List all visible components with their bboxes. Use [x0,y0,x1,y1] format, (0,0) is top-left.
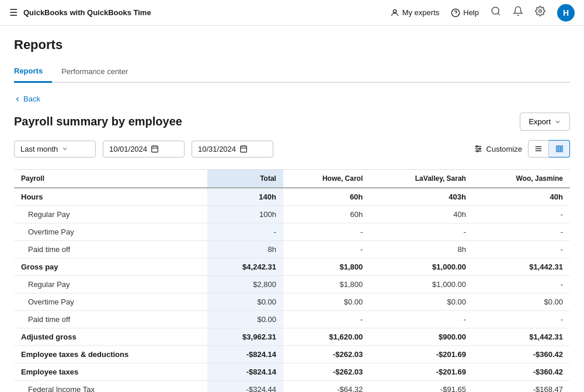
row-value: $900.00 [370,328,473,346]
row-value: 40h [370,206,473,223]
row-label: Employee taxes [14,363,207,381]
tab-reports[interactable]: Reports [14,62,52,83]
table-row: Regular Pay100h60h40h- [14,206,570,223]
table-row: Hours140h60h403h40h [14,188,570,206]
help-icon [451,8,460,18]
avatar[interactable]: H [557,4,575,22]
row-value: -$824.14 [207,346,283,363]
page-title: Reports [14,37,570,52]
table-row: Paid time off$0.00--- [14,311,570,328]
date-start-filter[interactable]: 10/01/2024 [103,141,185,158]
table-row: Overtime Pay$0.00$0.00$0.00$0.00 [14,293,570,311]
row-value: $0.00 [207,293,283,311]
row-value: $0.00 [207,311,283,328]
my-experts-icon [390,8,399,18]
main-content: Reports Reports Performance center Back … [0,26,584,392]
list-view-icon [534,145,543,153]
table-row: Adjusted gross$3,962.31$1,620.00$900.00$… [14,328,570,346]
list-view-button[interactable] [528,140,549,158]
column-view-button[interactable] [549,140,570,158]
row-value: - [370,223,473,241]
table-row: Employee taxes & deductions-$824.14-$262… [14,346,570,363]
filters-row: Last month 10/01/2024 10/31/2024 Customi… [14,140,570,158]
customize-button[interactable]: Customize [474,144,522,153]
row-label: Federal Income Tax [14,381,207,393]
menu-icon[interactable]: ☰ [9,7,18,18]
table-header-row: Payroll Total Howe, Carol LaValley, Sara… [14,170,570,188]
row-value: - [473,241,570,258]
svg-point-19 [477,150,478,152]
row-label: Employee taxes & deductions [14,346,207,363]
export-button[interactable]: Export [520,113,570,131]
row-value: 60h [283,206,370,223]
search-icon[interactable] [491,6,501,19]
my-experts-button[interactable]: My experts [390,8,440,18]
tab-performance-center[interactable]: Performance center [52,62,137,82]
row-value: 100h [207,206,283,223]
row-value: -$91.65 [370,381,473,393]
period-filter[interactable]: Last month [14,141,96,158]
row-value: 40h [473,188,570,206]
row-value: $1,800 [283,276,370,293]
settings-icon[interactable] [535,6,545,19]
row-value: $1,800 [283,258,370,276]
row-value: -$168.47 [473,381,570,393]
row-value: $1,620.00 [283,328,370,346]
row-value: $1,442.31 [473,258,570,276]
row-value: $0.00 [283,293,370,311]
col-lavalley-sarah: LaValley, Sarah [370,170,473,188]
table-row: Overtime Pay---- [14,223,570,241]
column-view-icon [555,145,564,153]
row-value: - [473,276,570,293]
row-label: Paid time off [14,241,207,258]
row-value: -$201.69 [370,346,473,363]
brand-name: QuickBooks with QuickBooks Time [23,8,151,17]
table-row: Federal Income Tax-$324.44-$64.32-$91.65… [14,381,570,393]
col-payroll: Payroll [14,170,207,188]
col-woo-jasmine: Woo, Jasmine [473,170,570,188]
row-value: - [283,311,370,328]
svg-rect-24 [558,146,559,152]
row-value: -$324.44 [207,381,283,393]
row-value: -$824.14 [207,363,283,381]
row-value: -$360.42 [473,363,570,381]
customize-icon [474,144,483,153]
table-row: Gross pay$4,242.31$1,800$1,000.00$1,442.… [14,258,570,276]
row-value: -$262.03 [283,363,370,381]
row-value: - [473,206,570,223]
nav-right: My experts Help H [390,4,575,22]
svg-rect-23 [556,146,557,152]
back-link[interactable]: Back [14,94,570,103]
row-value: -$64.32 [283,381,370,393]
tabs: Reports Performance center [14,62,570,83]
svg-point-18 [479,148,481,150]
svg-point-5 [539,10,542,13]
back-arrow-icon [14,96,21,103]
row-value: - [283,241,370,258]
row-label: Overtime Pay [14,293,207,311]
svg-rect-6 [152,146,158,152]
row-value: - [370,311,473,328]
table-row: Paid time off8h-8h- [14,241,570,258]
notification-icon[interactable] [513,6,523,19]
svg-point-3 [492,7,499,14]
row-value: $0.00 [370,293,473,311]
row-value: $2,800 [207,276,283,293]
col-howe-carol: Howe, Carol [283,170,370,188]
date-end-filter[interactable]: 10/31/2024 [192,141,273,158]
row-value: - [473,223,570,241]
calendar-end-icon [239,145,248,153]
table-row: Employee taxes-$824.14-$262.03-$201.69-$… [14,363,570,381]
view-toggle [528,140,570,158]
help-button[interactable]: Help [451,8,479,18]
svg-point-17 [476,146,478,148]
row-value: 403h [370,188,473,206]
row-value: -$262.03 [283,346,370,363]
row-label: Gross pay [14,258,207,276]
report-title: Payroll summary by employee [14,115,182,128]
svg-point-0 [393,9,396,12]
row-label: Hours [14,188,207,206]
report-table: Payroll Total Howe, Carol LaValley, Sara… [14,169,570,392]
row-value: 8h [370,241,473,258]
row-value: $1,000.00 [370,258,473,276]
